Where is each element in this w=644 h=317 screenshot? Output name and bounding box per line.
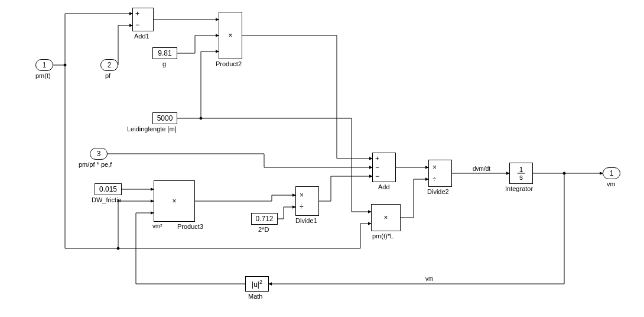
block-pmtL[interactable]: × xyxy=(371,204,401,231)
inport-pef-label: pm/pf * pe,f xyxy=(79,161,112,168)
inport-pmt-number: 1 xyxy=(43,61,47,69)
const-dw-frictie[interactable]: 0.015 xyxy=(95,183,122,195)
block-divide1[interactable]: × ÷ xyxy=(295,186,319,216)
block-product2-op: × xyxy=(228,31,232,40)
inport-pef[interactable]: 3 xyxy=(90,148,108,160)
inport-pf-number: 2 xyxy=(108,61,112,69)
block-integrator-label: Integrator xyxy=(505,185,533,192)
const-dw-frictie-value: 0.015 xyxy=(99,185,117,193)
block-integrator[interactable]: 1 s xyxy=(509,163,533,184)
const-g[interactable]: 9.81 xyxy=(152,47,177,59)
block-divide1-label: Divide1 xyxy=(295,217,317,224)
const-g-label: g xyxy=(162,60,166,67)
block-pmtL-op: × xyxy=(383,214,388,222)
const-g-value: 9.81 xyxy=(158,49,171,57)
const-leidinglengte[interactable]: 5000 xyxy=(152,112,177,124)
block-product2[interactable]: × xyxy=(219,12,242,59)
const-leidinglengte-label: Leidinglengte [m] xyxy=(127,125,177,132)
block-pmtL-label: pm(t)*L xyxy=(372,232,393,240)
const-leidinglengte-value: 5000 xyxy=(157,114,173,122)
outport-vm[interactable]: 1 xyxy=(603,167,620,179)
block-product3-op: × xyxy=(172,197,176,205)
signal-dvmdt: dvm/dt xyxy=(473,166,490,172)
const-2d-label: 2*D xyxy=(258,226,269,233)
block-product3-label: Product3 xyxy=(177,223,203,230)
block-add[interactable]: + − − xyxy=(372,153,396,182)
block-product2-label: Product2 xyxy=(216,60,242,67)
block-divide2[interactable]: × ÷ xyxy=(428,160,452,187)
outport-vm-label: vm xyxy=(607,180,616,187)
block-add-label: Add xyxy=(378,183,390,190)
block-divide2-label: Divide2 xyxy=(427,188,449,195)
block-product3[interactable]: × xyxy=(154,180,195,222)
block-math-label: Math xyxy=(248,293,262,300)
const-dw-frictie-label: DW_frictie xyxy=(92,196,122,203)
block-add1[interactable]: + − xyxy=(132,8,154,31)
block-product3-note: vm² xyxy=(152,223,162,229)
const-2d-value: 0.712 xyxy=(255,215,273,223)
inport-pef-number: 3 xyxy=(97,150,101,158)
signal-vm: vm xyxy=(425,276,433,282)
const-2d[interactable]: 0.712 xyxy=(251,213,278,225)
inport-pmt[interactable]: 1 xyxy=(35,59,53,71)
block-math[interactable]: |u|2 xyxy=(245,276,269,292)
block-integrator-disp: 1 s xyxy=(518,166,525,181)
inport-pf-label: pf xyxy=(105,72,110,79)
block-math-disp: |u|2 xyxy=(252,279,262,289)
inport-pmt-label: pm(t) xyxy=(35,72,51,79)
block-add1-label: Add1 xyxy=(134,33,149,40)
inport-pf[interactable]: 2 xyxy=(100,59,118,71)
outport-vm-number: 1 xyxy=(610,169,614,177)
